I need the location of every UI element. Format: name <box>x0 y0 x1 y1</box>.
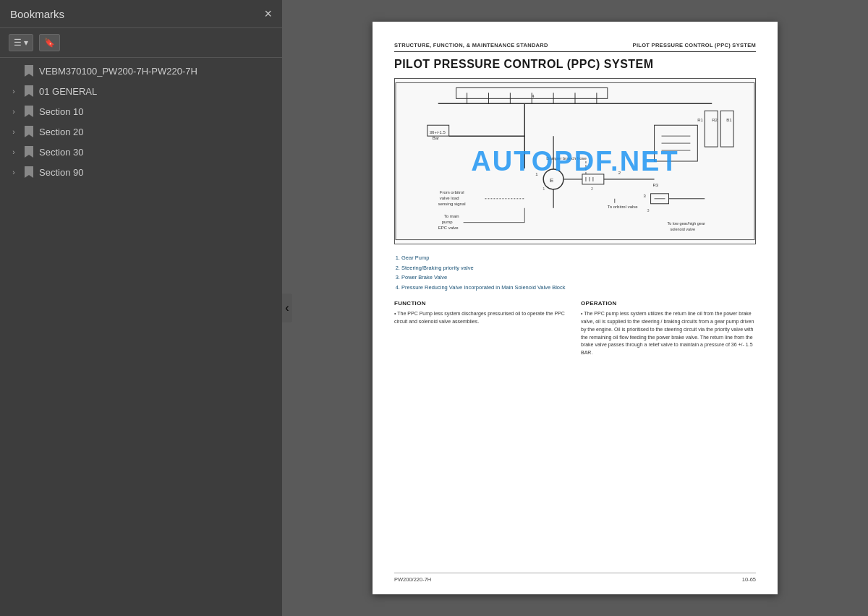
bookmark-label-section30: Section 30 <box>39 147 275 158</box>
sidebar-close-button[interactable]: × <box>264 7 272 20</box>
sidebar-toolbar: ☰ ▾ 🔖 <box>0 28 282 58</box>
bookmark-item-root[interactable]: VEBM370100_PW200-7H-PW220-7H <box>0 61 282 81</box>
chevron-section10: › <box>9 106 19 116</box>
operation-column: OPERATION • The PPC pump less system uti… <box>581 300 756 357</box>
function-heading: FUNCTION <box>394 300 569 307</box>
numbered-list: Gear Pump Steering/Braking priority valv… <box>394 254 756 291</box>
document-header: STRUCTURE, FUNCTION, & MAINTENANCE STAND… <box>394 42 756 52</box>
bookmark-label-section20: Section 20 <box>39 127 275 137</box>
svg-text:R3: R3 <box>653 183 659 187</box>
svg-text:From orbitrol: From orbitrol <box>440 190 464 194</box>
function-text: • The PPC Pump less system discharges pr… <box>394 310 569 326</box>
header-left-text: STRUCTURE, FUNCTION, & MAINTENANCE STAND… <box>394 42 548 48</box>
svg-text:R1: R1 <box>697 118 703 122</box>
svg-text:To low gear/high gear: To low gear/high gear <box>667 221 705 226</box>
two-column-section: FUNCTION • The PPC Pump less system disc… <box>394 300 756 357</box>
footer-right: 10-65 <box>742 576 756 583</box>
sidebar-header: Bookmarks × <box>0 0 282 28</box>
sidebar-add-bookmark-button[interactable]: 🔖 <box>39 34 60 51</box>
svg-text:1: 1 <box>542 187 545 191</box>
bookmark-item-section20[interactable]: › Section 20 <box>0 121 282 142</box>
main-content-area: STRUCTURE, FUNCTION, & MAINTENANCE STAND… <box>282 0 868 616</box>
svg-text:36+/-1.5: 36+/-1.5 <box>430 130 446 134</box>
chevron-section20: › <box>9 127 19 137</box>
sidebar-title: Bookmarks <box>10 8 64 20</box>
bookmark-item-general[interactable]: › 01 GENERAL <box>0 81 282 101</box>
bookmark-ribbon-icon <box>23 65 35 77</box>
document-footer: PW200/220-7H 10-65 <box>394 573 756 583</box>
collapse-sidebar-button[interactable]: ‹ <box>282 294 292 322</box>
operation-text: • The PPC pump less system utilizes the … <box>581 310 756 357</box>
bookmark-ribbon-icon-s10 <box>23 106 35 117</box>
list-item-3: Power Brake Valve <box>401 274 756 282</box>
svg-text:B1: B1 <box>726 118 732 122</box>
chevron-general: › <box>9 86 19 96</box>
list-item-4: Pressure Reducing Valve Incorporated in … <box>401 284 756 292</box>
svg-text:valve load: valve load <box>440 196 459 200</box>
list-item-2: Steering/Braking priority valve <box>401 265 756 273</box>
bookmark-label-general: 01 GENERAL <box>39 86 275 97</box>
bookmark-ribbon-icon-s30 <box>23 146 35 158</box>
svg-text:Bar: Bar <box>433 136 439 140</box>
list-item-1: Gear Pump <box>401 254 756 262</box>
svg-text:3: 3 <box>647 208 650 213</box>
operation-heading: OPERATION <box>581 300 756 307</box>
diagram-svg: 36+/-1.5 Bar E 1 2 <box>395 79 755 244</box>
svg-text:Damper branch hose: Damper branch hose <box>546 156 587 161</box>
bookmark-ribbon-icon-s20 <box>23 126 35 137</box>
chevron-placeholder <box>9 66 19 76</box>
sidebar-view-button[interactable]: ☰ ▾ <box>9 34 33 51</box>
bookmark-label-section90: Section 90 <box>39 167 275 178</box>
bookmark-list: VEBM370100_PW200-7H-PW220-7H › 01 GENERA… <box>0 58 282 616</box>
bookmark-item-section10[interactable]: › Section 10 <box>0 101 282 121</box>
page-title: PILOT PRESSURE CONTROL (PPC) SYSTEM <box>394 58 756 71</box>
bookmark-item-section30[interactable]: › Section 30 <box>0 142 282 162</box>
chevron-section90: › <box>9 167 19 177</box>
svg-text:pump: pump <box>442 220 454 224</box>
function-column: FUNCTION • The PPC Pump less system disc… <box>394 300 569 357</box>
bookmark-ribbon-icon-s90 <box>23 166 35 178</box>
bookmark-label-root: VEBM370100_PW200-7H-PW220-7H <box>39 66 275 77</box>
document-page: STRUCTURE, FUNCTION, & MAINTENANCE STAND… <box>373 22 778 594</box>
svg-text:E: E <box>550 177 553 184</box>
footer-left: PW200/220-7H <box>394 576 431 583</box>
sidebar: Bookmarks × ☰ ▾ 🔖 VEBM370100_PW200-7H-PW… <box>0 0 282 616</box>
svg-text:2: 2 <box>591 187 593 191</box>
header-right-text: PILOT PRESSURE CONTROL (PPC) SYSTEM <box>633 42 756 48</box>
svg-text:To main: To main <box>444 214 459 218</box>
svg-text:R2: R2 <box>712 118 718 122</box>
bookmark-item-section90[interactable]: › Section 90 <box>0 162 282 182</box>
chevron-section30: › <box>9 147 19 157</box>
bookmark-label-section10: Section 10 <box>39 106 275 117</box>
svg-text:EPC valve: EPC valve <box>438 226 459 230</box>
diagram-box: 36+/-1.5 Bar E 1 2 <box>394 78 756 244</box>
svg-text:To orbitrol valve: To orbitrol valve <box>608 205 638 209</box>
bookmark-ribbon-icon-general <box>23 85 35 97</box>
svg-text:solenoid valve: solenoid valve <box>670 227 695 231</box>
svg-text:sensing signal: sensing signal <box>438 202 466 206</box>
